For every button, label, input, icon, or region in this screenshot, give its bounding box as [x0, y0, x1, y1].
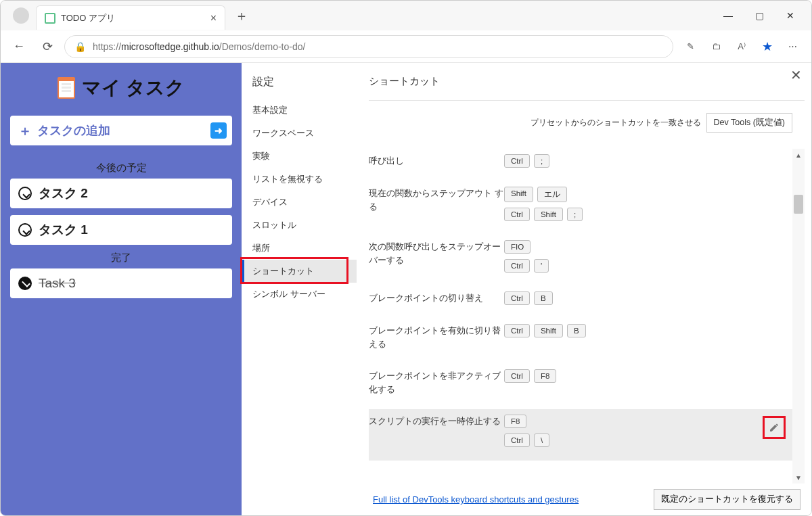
notepad-icon: [58, 77, 75, 99]
close-window-button[interactable]: ✕: [775, 5, 806, 26]
done-section-label: 完了: [10, 252, 232, 264]
add-task-label: タスクの追加: [37, 122, 110, 139]
todo-app: マイ タスク ＋ タスクの追加 ➜ 今後の予定 タスク 2 タスク 1 完了 T…: [1, 63, 242, 516]
nav-item-throttling[interactable]: スロットル: [242, 214, 357, 237]
tab-favicon: [45, 13, 55, 24]
shortcut-label: 呼び出し: [369, 154, 504, 168]
key-badge: F8: [534, 369, 556, 383]
key-badge: Ctrl: [504, 259, 530, 273]
edit-shortcut-button[interactable]: [763, 416, 786, 439]
key-badge: \: [534, 433, 549, 447]
nav-item-symbol-server[interactable]: シンボル サーバー: [242, 283, 357, 306]
refresh-button[interactable]: ⟳: [36, 35, 59, 58]
key-badge: Ctrl: [504, 208, 530, 221]
key-badge: F8: [504, 415, 526, 428]
nav-item-ignore-list[interactable]: リストを無視する: [242, 168, 357, 191]
devtools-settings: 設定 基本設定 ワークスペース 実験 リストを無視する デバイス スロットル 場…: [242, 63, 811, 516]
maximize-button[interactable]: ▢: [744, 5, 775, 26]
task-checkbox-icon[interactable]: [18, 223, 32, 237]
scroll-up-icon[interactable]: ▲: [792, 149, 805, 161]
full-list-link[interactable]: Full list of DevTools keyboard shortcuts…: [373, 494, 579, 505]
lock-icon: 🔒: [74, 41, 86, 52]
tab-strip: TODO アプリ × ＋ — ▢ ✕: [1, 1, 811, 30]
back-button[interactable]: ←: [7, 35, 30, 58]
key-badge: FIO: [504, 240, 531, 254]
minimize-button[interactable]: —: [713, 5, 744, 26]
settings-nav: 設定 基本設定 ワークスペース 実験 リストを無視する デバイス スロットル 場…: [242, 63, 357, 516]
shortcut-row: スクリプトの実行を一時停止するF8Ctrl\: [369, 409, 805, 461]
preset-select[interactable]: Dev Tools (既定値): [706, 113, 792, 133]
shortcut-keys: ShiftエルCtrlShift;: [504, 187, 583, 221]
window-controls: — ▢ ✕: [713, 1, 806, 30]
shortcut-keys: Ctrl;: [504, 154, 549, 168]
shortcut-label: ブレークポイントを非アクティブ化する: [369, 369, 504, 396]
key-badge: Shift: [534, 324, 563, 337]
add-task-input[interactable]: ＋ タスクの追加 ➜: [10, 116, 232, 145]
address-bar: ← ⟳ 🔒 https://microsoftedge.github.io/De…: [1, 30, 811, 63]
nav-item-workspace[interactable]: ワークスペース: [242, 122, 357, 145]
restore-defaults-button[interactable]: 既定のショートカットを復元する: [654, 489, 800, 510]
plus-icon: ＋: [18, 122, 32, 140]
key-badge: Ctrl: [504, 154, 530, 168]
favorite-icon[interactable]: ★: [756, 35, 779, 58]
url-text: https://microsoftedge.github.io/Demos/de…: [93, 41, 305, 52]
page-title: マイ タスク: [82, 75, 185, 101]
scrollbar[interactable]: ▲ ▼: [792, 149, 805, 484]
task-item[interactable]: タスク 2: [10, 179, 232, 208]
nav-item-experiments[interactable]: 実験: [242, 145, 357, 168]
scroll-down-icon[interactable]: ▼: [792, 471, 805, 484]
shortcut-row: 次の関数呼び出しをステップオーバーするFIOCtrl': [369, 235, 788, 286]
task-checkbox-icon[interactable]: [18, 187, 32, 200]
shortcut-row: 現在の関数からステップアウト するShiftエルCtrlShift;: [369, 181, 788, 235]
upcoming-section-label: 今後の予定: [10, 162, 232, 174]
shortcut-keys: CtrlShiftB: [504, 324, 586, 350]
task-item-done[interactable]: Task 3: [10, 268, 232, 298]
shortcut-keys: F8Ctrl\: [504, 415, 549, 447]
key-badge: Shift: [504, 187, 533, 202]
more-menu-icon[interactable]: ⋯: [782, 35, 805, 58]
nav-item-devices[interactable]: デバイス: [242, 191, 357, 214]
shortcut-label: ブレークポイントの切り替え: [369, 291, 504, 305]
edit-icon[interactable]: ✎: [679, 35, 702, 58]
close-settings-icon[interactable]: ✕: [790, 67, 802, 83]
key-badge: Ctrl: [504, 324, 530, 337]
read-aloud-icon[interactable]: A⁾: [730, 35, 753, 58]
nav-item-preferences[interactable]: 基本設定: [242, 99, 357, 122]
key-badge: Shift: [534, 208, 563, 221]
shortcut-label: 現在の関数からステップアウト する: [369, 187, 504, 221]
shortcut-label: 次の関数呼び出しをステップオーバーする: [369, 240, 504, 273]
todo-header: マイ タスク: [10, 75, 232, 101]
shortcut-keys: CtrlB: [504, 291, 553, 305]
task-checkbox-icon[interactable]: [18, 277, 32, 290]
task-label: Task 3: [39, 276, 76, 291]
key-badge: Ctrl: [504, 291, 530, 305]
key-badge: Ctrl: [504, 369, 530, 383]
shortcut-row: ブレークポイントを有効に切り替えるCtrlShiftB: [369, 319, 788, 364]
collections-icon[interactable]: 🗀: [704, 35, 727, 58]
key-badge: ;: [567, 208, 583, 221]
shortcut-label: ブレークポイントを有効に切り替える: [369, 324, 504, 350]
tab-title: TODO アプリ: [61, 12, 205, 24]
key-badge: ;: [534, 154, 549, 168]
shortcuts-list: 呼び出しCtrl;現在の関数からステップアウト するShiftエルCtrlShi…: [369, 149, 805, 484]
new-tab-button[interactable]: ＋: [235, 7, 248, 25]
profile-avatar[interactable]: [13, 7, 29, 24]
shortcut-label: スクリプトの実行を一時停止する: [369, 415, 504, 447]
nav-item-locations[interactable]: 場所: [242, 237, 357, 260]
settings-heading: 設定: [242, 75, 357, 99]
shortcut-keys: CtrlF8: [504, 369, 556, 396]
scroll-thumb[interactable]: [794, 195, 803, 214]
nav-item-shortcuts[interactable]: ショートカット: [242, 260, 357, 283]
browser-tab[interactable]: TODO アプリ ×: [36, 5, 225, 30]
shortcut-row: ブレークポイントの切り替えCtrlB: [369, 286, 788, 319]
submit-arrow-button[interactable]: ➜: [210, 122, 227, 139]
key-badge: B: [534, 291, 553, 305]
close-tab-icon[interactable]: ×: [210, 12, 217, 24]
key-badge: B: [567, 324, 586, 337]
url-input[interactable]: 🔒 https://microsoftedge.github.io/Demos/…: [64, 35, 673, 58]
main-title: ショートカット: [369, 75, 805, 88]
shortcut-keys: FIOCtrl': [504, 240, 549, 273]
task-item[interactable]: タスク 1: [10, 215, 232, 245]
toolbar-icons: ✎ 🗀 A⁾ ★ ⋯: [679, 35, 805, 58]
content-area: マイ タスク ＋ タスクの追加 ➜ 今後の予定 タスク 2 タスク 1 完了 T…: [1, 63, 811, 516]
